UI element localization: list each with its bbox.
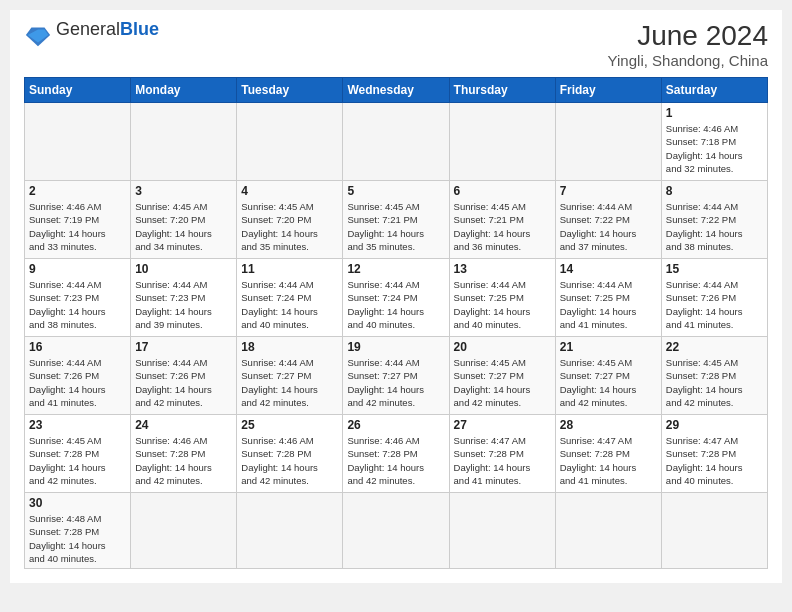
calendar-week-row: 9Sunrise: 4:44 AMSunset: 7:23 PMDaylight… [25,259,768,337]
calendar-day-cell: 9Sunrise: 4:44 AMSunset: 7:23 PMDaylight… [25,259,131,337]
calendar-day-cell: 6Sunrise: 4:45 AMSunset: 7:21 PMDaylight… [449,181,555,259]
day-info: Sunrise: 4:44 AMSunset: 7:22 PMDaylight:… [666,200,763,253]
calendar-day-cell [343,103,449,181]
calendar-day-cell [661,493,767,569]
calendar-day-cell: 17Sunrise: 4:44 AMSunset: 7:26 PMDayligh… [131,337,237,415]
weekday-header-friday: Friday [555,78,661,103]
day-info: Sunrise: 4:44 AMSunset: 7:24 PMDaylight:… [347,278,444,331]
calendar-day-cell: 20Sunrise: 4:45 AMSunset: 7:27 PMDayligh… [449,337,555,415]
calendar-day-cell: 13Sunrise: 4:44 AMSunset: 7:25 PMDayligh… [449,259,555,337]
day-number: 26 [347,418,444,432]
calendar-day-cell: 15Sunrise: 4:44 AMSunset: 7:26 PMDayligh… [661,259,767,337]
day-number: 10 [135,262,232,276]
calendar-day-cell: 23Sunrise: 4:45 AMSunset: 7:28 PMDayligh… [25,415,131,493]
day-info: Sunrise: 4:48 AMSunset: 7:28 PMDaylight:… [29,512,126,565]
weekday-header-wednesday: Wednesday [343,78,449,103]
weekday-header-monday: Monday [131,78,237,103]
day-info: Sunrise: 4:45 AMSunset: 7:28 PMDaylight:… [29,434,126,487]
day-number: 25 [241,418,338,432]
day-number: 8 [666,184,763,198]
generalblue-logo-icon [24,22,52,50]
day-info: Sunrise: 4:46 AMSunset: 7:18 PMDaylight:… [666,122,763,175]
day-info: Sunrise: 4:44 AMSunset: 7:24 PMDaylight:… [241,278,338,331]
day-info: Sunrise: 4:44 AMSunset: 7:26 PMDaylight:… [666,278,763,331]
calendar-day-cell [449,103,555,181]
day-number: 24 [135,418,232,432]
calendar-day-cell [343,493,449,569]
day-info: Sunrise: 4:46 AMSunset: 7:28 PMDaylight:… [241,434,338,487]
calendar-week-row: 23Sunrise: 4:45 AMSunset: 7:28 PMDayligh… [25,415,768,493]
day-info: Sunrise: 4:44 AMSunset: 7:23 PMDaylight:… [29,278,126,331]
weekday-header-sunday: Sunday [25,78,131,103]
day-number: 18 [241,340,338,354]
day-info: Sunrise: 4:44 AMSunset: 7:26 PMDaylight:… [135,356,232,409]
day-info: Sunrise: 4:44 AMSunset: 7:27 PMDaylight:… [241,356,338,409]
calendar-day-cell [131,493,237,569]
day-info: Sunrise: 4:46 AMSunset: 7:19 PMDaylight:… [29,200,126,253]
day-info: Sunrise: 4:44 AMSunset: 7:27 PMDaylight:… [347,356,444,409]
calendar-day-cell: 18Sunrise: 4:44 AMSunset: 7:27 PMDayligh… [237,337,343,415]
calendar-day-cell: 21Sunrise: 4:45 AMSunset: 7:27 PMDayligh… [555,337,661,415]
calendar-day-cell: 12Sunrise: 4:44 AMSunset: 7:24 PMDayligh… [343,259,449,337]
calendar-week-row: 16Sunrise: 4:44 AMSunset: 7:26 PMDayligh… [25,337,768,415]
day-info: Sunrise: 4:44 AMSunset: 7:23 PMDaylight:… [135,278,232,331]
calendar-day-cell: 19Sunrise: 4:44 AMSunset: 7:27 PMDayligh… [343,337,449,415]
calendar-day-cell: 28Sunrise: 4:47 AMSunset: 7:28 PMDayligh… [555,415,661,493]
day-number: 14 [560,262,657,276]
day-info: Sunrise: 4:45 AMSunset: 7:21 PMDaylight:… [454,200,551,253]
day-number: 6 [454,184,551,198]
calendar-day-cell [237,493,343,569]
calendar-day-cell [131,103,237,181]
calendar-day-cell: 7Sunrise: 4:44 AMSunset: 7:22 PMDaylight… [555,181,661,259]
calendar-day-cell: 1Sunrise: 4:46 AMSunset: 7:18 PMDaylight… [661,103,767,181]
logo-general: General [56,19,120,39]
day-number: 17 [135,340,232,354]
calendar-day-cell [555,493,661,569]
day-number: 9 [29,262,126,276]
day-number: 3 [135,184,232,198]
location-subtitle: Yingli, Shandong, China [608,52,768,69]
calendar-day-cell: 29Sunrise: 4:47 AMSunset: 7:28 PMDayligh… [661,415,767,493]
calendar-day-cell: 16Sunrise: 4:44 AMSunset: 7:26 PMDayligh… [25,337,131,415]
calendar-week-row: 30Sunrise: 4:48 AMSunset: 7:28 PMDayligh… [25,493,768,569]
calendar-day-cell: 10Sunrise: 4:44 AMSunset: 7:23 PMDayligh… [131,259,237,337]
day-info: Sunrise: 4:44 AMSunset: 7:26 PMDaylight:… [29,356,126,409]
weekday-header-saturday: Saturday [661,78,767,103]
day-number: 29 [666,418,763,432]
weekday-header-thursday: Thursday [449,78,555,103]
weekday-header-tuesday: Tuesday [237,78,343,103]
day-info: Sunrise: 4:44 AMSunset: 7:25 PMDaylight:… [454,278,551,331]
calendar-day-cell [449,493,555,569]
day-number: 2 [29,184,126,198]
day-info: Sunrise: 4:45 AMSunset: 7:21 PMDaylight:… [347,200,444,253]
day-info: Sunrise: 4:44 AMSunset: 7:25 PMDaylight:… [560,278,657,331]
day-number: 23 [29,418,126,432]
calendar-day-cell: 25Sunrise: 4:46 AMSunset: 7:28 PMDayligh… [237,415,343,493]
title-area: June 2024 Yingli, Shandong, China [608,20,768,69]
day-info: Sunrise: 4:45 AMSunset: 7:20 PMDaylight:… [241,200,338,253]
calendar-day-cell: 22Sunrise: 4:45 AMSunset: 7:28 PMDayligh… [661,337,767,415]
day-number: 7 [560,184,657,198]
calendar-week-row: 1Sunrise: 4:46 AMSunset: 7:18 PMDaylight… [25,103,768,181]
day-number: 16 [29,340,126,354]
calendar-day-cell: 14Sunrise: 4:44 AMSunset: 7:25 PMDayligh… [555,259,661,337]
calendar-table: SundayMondayTuesdayWednesdayThursdayFrid… [24,77,768,569]
calendar-day-cell: 2Sunrise: 4:46 AMSunset: 7:19 PMDaylight… [25,181,131,259]
calendar-week-row: 2Sunrise: 4:46 AMSunset: 7:19 PMDaylight… [25,181,768,259]
calendar-day-cell: 5Sunrise: 4:45 AMSunset: 7:21 PMDaylight… [343,181,449,259]
day-info: Sunrise: 4:45 AMSunset: 7:28 PMDaylight:… [666,356,763,409]
day-number: 5 [347,184,444,198]
logo: GeneralBlue [24,20,159,50]
day-number: 27 [454,418,551,432]
day-number: 12 [347,262,444,276]
day-number: 22 [666,340,763,354]
day-number: 4 [241,184,338,198]
day-info: Sunrise: 4:47 AMSunset: 7:28 PMDaylight:… [560,434,657,487]
day-info: Sunrise: 4:45 AMSunset: 7:20 PMDaylight:… [135,200,232,253]
day-number: 30 [29,496,126,510]
calendar-day-cell [237,103,343,181]
logo-blue: Blue [120,19,159,39]
calendar-day-cell [555,103,661,181]
month-year-title: June 2024 [608,20,768,52]
day-number: 11 [241,262,338,276]
